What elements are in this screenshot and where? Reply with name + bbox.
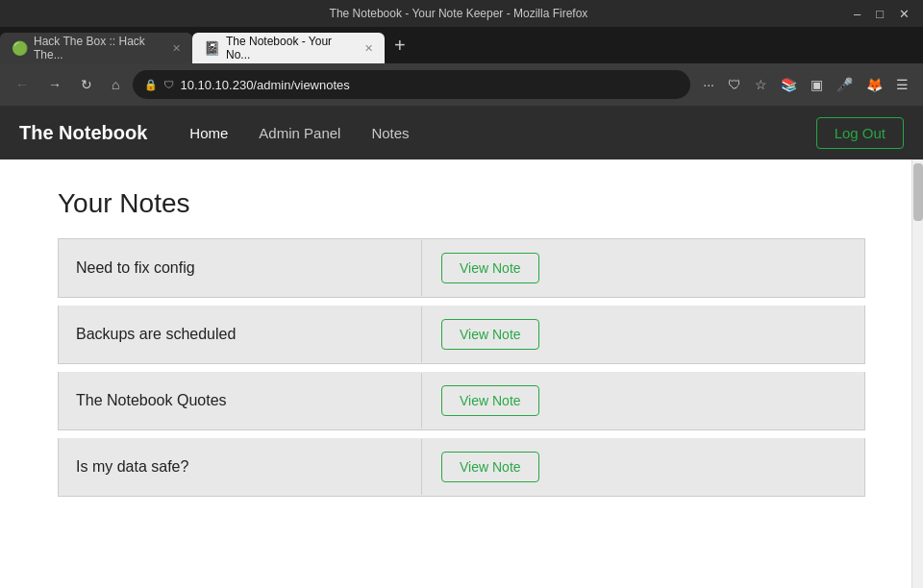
sidebar-button[interactable]: ▣ bbox=[806, 73, 828, 96]
notes-list: Need to fix config View Note Backups are… bbox=[58, 238, 865, 497]
scrollbar-thumb[interactable] bbox=[913, 163, 923, 221]
note-title-2: The Notebook Quotes bbox=[59, 373, 422, 429]
window-title: The Notebook - Your Note Keeper - Mozill… bbox=[67, 7, 850, 20]
nav-links: Home Admin Panel Notes bbox=[176, 117, 815, 149]
mic-button[interactable]: 🎤 bbox=[832, 73, 858, 96]
note-action-3: View Note bbox=[422, 438, 864, 496]
tab-hackthebox-label: Hack The Box :: Hack The... bbox=[34, 35, 161, 61]
table-row: Is my data safe? View Note bbox=[58, 438, 865, 497]
library-button[interactable]: 📚 bbox=[776, 73, 802, 96]
reload-button[interactable]: ↻ bbox=[75, 73, 98, 96]
note-title-0: Need to fix config bbox=[59, 240, 422, 296]
toolbar-icons: ··· 🛡 ☆ 📚 ▣ 🎤 🦊 ☰ bbox=[698, 73, 913, 96]
tab-notebook-close[interactable]: ✕ bbox=[364, 42, 373, 55]
address-bar: ← → ↻ ⌂ 🔒 🛡 10.10.10.230/admin/viewnotes… bbox=[0, 63, 923, 106]
app-brand: The Notebook bbox=[19, 122, 147, 144]
menu-button[interactable]: ☰ bbox=[891, 73, 913, 96]
notebook-favicon: 📓 bbox=[204, 40, 220, 56]
close-button[interactable]: ✕ bbox=[895, 7, 913, 21]
nav-admin-panel[interactable]: Admin Panel bbox=[245, 117, 354, 149]
note-title-3: Is my data safe? bbox=[59, 439, 422, 495]
page-title: Your Notes bbox=[58, 188, 865, 219]
url-text: 10.10.10.230/admin/viewnotes bbox=[180, 78, 349, 92]
table-row: The Notebook Quotes View Note bbox=[58, 372, 865, 430]
logout-button[interactable]: Log Out bbox=[816, 117, 904, 149]
window-controls[interactable]: – □ ✕ bbox=[850, 7, 913, 21]
tab-bar: 🟢 Hack The Box :: Hack The... ✕ 📓 The No… bbox=[0, 27, 923, 63]
note-title-1: Backups are scheduled bbox=[59, 306, 422, 362]
lock-icon: 🔒 bbox=[144, 79, 158, 91]
note-action-0: View Note bbox=[422, 239, 864, 297]
table-row: Need to fix config View Note bbox=[58, 238, 865, 298]
forward-button[interactable]: → bbox=[42, 73, 67, 96]
back-button[interactable]: ← bbox=[10, 73, 35, 96]
view-note-button-1[interactable]: View Note bbox=[441, 319, 539, 350]
tab-hackthebox[interactable]: 🟢 Hack The Box :: Hack The... ✕ bbox=[0, 33, 192, 63]
view-note-button-0[interactable]: View Note bbox=[441, 253, 539, 283]
app-navbar: The Notebook Home Admin Panel Notes Log … bbox=[0, 106, 923, 159]
note-action-2: View Note bbox=[422, 372, 864, 429]
minimize-button[interactable]: – bbox=[850, 7, 864, 21]
tab-notebook[interactable]: 📓 The Notebook - Your No... ✕ bbox=[192, 33, 385, 63]
more-button[interactable]: ··· bbox=[698, 73, 719, 96]
title-bar: The Notebook - Your Note Keeper - Mozill… bbox=[0, 0, 923, 27]
maximize-button[interactable]: □ bbox=[872, 7, 887, 21]
view-note-button-3[interactable]: View Note bbox=[441, 452, 539, 482]
main-content: Your Notes Need to fix config View Note … bbox=[0, 159, 923, 588]
shield-icon: 🛡 bbox=[163, 79, 174, 90]
pocket-button[interactable]: 🛡 bbox=[723, 73, 746, 96]
note-action-1: View Note bbox=[422, 306, 864, 363]
bookmark-button[interactable]: ☆ bbox=[750, 73, 772, 96]
scrollbar-track[interactable] bbox=[911, 159, 923, 588]
hackthebox-favicon: 🟢 bbox=[12, 40, 28, 56]
new-tab-button[interactable]: + bbox=[385, 35, 415, 57]
table-row: Backups are scheduled View Note bbox=[58, 306, 865, 364]
tab-hackthebox-close[interactable]: ✕ bbox=[172, 42, 181, 55]
nav-notes[interactable]: Notes bbox=[358, 117, 422, 149]
home-button[interactable]: ⌂ bbox=[106, 73, 125, 96]
address-input[interactable]: 🔒 🛡 10.10.10.230/admin/viewnotes bbox=[133, 70, 690, 99]
tab-notebook-label: The Notebook - Your No... bbox=[226, 35, 353, 61]
nav-home[interactable]: Home bbox=[176, 117, 241, 149]
view-note-button-2[interactable]: View Note bbox=[441, 385, 539, 416]
firefox-button[interactable]: 🦊 bbox=[861, 73, 887, 96]
